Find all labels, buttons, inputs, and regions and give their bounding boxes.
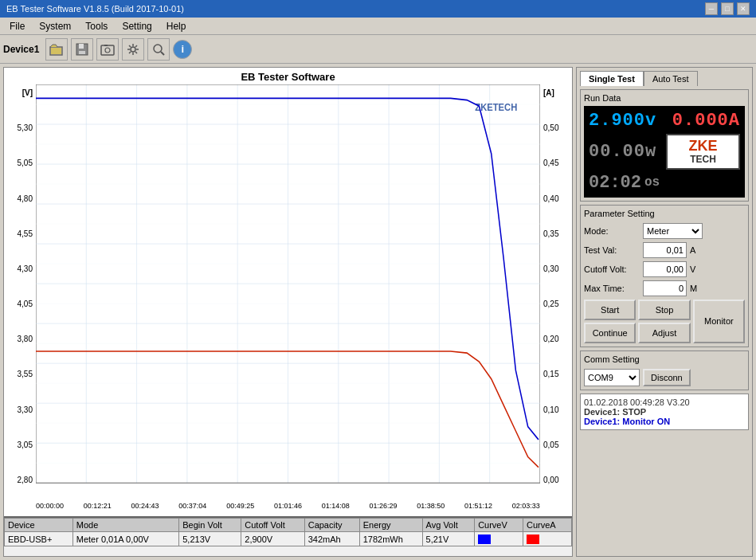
cell-capacity: 342mAh [304,532,359,546]
maxtime-unit: M [690,284,706,293]
col-curvev: CurveV [475,519,523,532]
tab-auto-test[interactable]: Auto Test [644,71,698,86]
y-left-380: 3,80 [18,335,33,343]
continue-button[interactable]: Continue [584,323,636,343]
menu-bar: File System Tools Setting Help [0,18,756,35]
tab-single-test[interactable]: Single Test [580,71,644,86]
x-label-1: 00:12:21 [84,502,112,515]
col-curvea: CurveA [523,519,572,532]
status-line2: Device1: STOP [584,407,745,417]
param-section: Parameter Setting Mode: Meter Discharge … [580,205,749,347]
cell-curvev [475,532,523,546]
cutoffvolt-unit: V [690,264,706,274]
y-left-480: 4,80 [18,194,33,203]
menu-file[interactable]: File [3,19,31,33]
cell-energy: 1782mWh [359,532,422,546]
toolbar: Device1 i [0,35,756,64]
y-right-label: [A] [543,88,554,97]
y-left-455: 4,55 [18,229,33,238]
menu-tools[interactable]: Tools [79,19,114,33]
svg-rect-7 [104,45,108,46]
col-capacity: Capacity [304,519,359,532]
save-button[interactable] [71,38,93,61]
x-label-2: 00:24:43 [131,502,159,515]
cutoffvolt-label: Cutoff Volt: [584,264,640,274]
y-right-050: 0,50 [543,123,558,132]
cell-mode: Meter 0,01A 0,00V [72,532,178,546]
y-left-405: 4,05 [18,300,33,308]
cutoffvolt-input[interactable] [643,261,687,277]
y-right-045: 0,45 [543,159,558,167]
y-right-025: 0,25 [543,300,558,308]
col-device: Device [5,519,73,532]
testval-unit: A [690,245,706,255]
bottom-table: Device Mode Begin Volt Cutoff Volt Capac… [4,516,572,556]
y-axis-right: [A] 0,50 0,45 0,40 0,35 0,30 0,25 0,20 0… [540,84,572,500]
status-area: 01.02.2018 00:49:28 V3.20 Device1: STOP … [580,394,749,430]
testval-label: Test Val: [584,245,640,255]
param-row-mode: Mode: Meter Discharge CC [584,223,745,239]
x-label-3: 00:37:04 [178,502,206,515]
y-left-505: 5,05 [18,159,33,167]
run-data-section: Run Data 2.900v 0.000A 00.00w ZKETECH 02… [580,89,749,202]
info-button[interactable]: i [173,40,192,59]
x-label-6: 01:14:08 [322,502,350,515]
y-left-355: 3,55 [18,370,33,378]
menu-system[interactable]: System [33,19,77,33]
x-label-10: 02:03:33 [512,502,540,515]
y-left-305: 3,05 [18,441,33,449]
screenshot-button[interactable] [96,38,119,61]
chart-container: [V] 5,30 5,05 4,80 4,55 4,30 4,05 3,80 3… [4,84,572,500]
minimize-button[interactable]: ─ [705,2,718,15]
y-right-040: 0,40 [543,194,558,203]
tabs: Single Test Auto Test [580,71,749,86]
col-begin-volt: Begin Volt [179,519,241,532]
y-right-005: 0,05 [543,441,558,449]
menu-help[interactable]: Help [160,19,193,33]
x-label-4: 00:49:25 [226,502,254,515]
main-content: EB Tester Software [V] 5,30 5,05 4,80 4,… [0,64,756,560]
stop-button[interactable]: Stop [638,300,690,320]
close-button[interactable]: ✕ [737,2,750,15]
maxtime-input[interactable] [643,280,687,296]
y-right-035: 0,35 [543,229,558,238]
monitor-button[interactable]: Monitor [693,300,745,343]
comm-port-select[interactable]: COM1 COM2 COM3 COM4 COM5 COM6 COM7 COM8 … [584,369,640,386]
start-button[interactable]: Start [584,300,636,320]
param-row-maxtime: Max Time: M [584,280,745,296]
device-label: Device1 [3,44,39,55]
chart-watermark: ZKETECH [475,101,517,112]
svg-line-10 [161,52,164,55]
svg-rect-5 [101,45,114,55]
x-label-5: 01:01:46 [274,502,302,515]
y-right-000: 0,00 [543,476,558,484]
search-button[interactable] [147,38,170,61]
chart-svg-wrapper: ZKETECH [36,84,540,500]
adjust-button[interactable]: Adjust [638,323,690,343]
y-left-label: [V] [22,88,33,97]
run-data-time-unit: os [644,175,660,190]
col-mode: Mode [72,519,178,532]
table-row: EBD-USB+ Meter 0,01A 0,00V 5,213V 2,900V… [5,532,572,546]
comm-section: Comm Setting COM1 COM2 COM3 COM4 COM5 CO… [580,350,749,390]
comm-section-label: Comm Setting [584,354,745,364]
settings-button[interactable] [122,38,144,61]
svg-rect-4 [79,51,85,54]
cell-avg-volt: 5,21V [422,532,475,546]
disconn-button[interactable]: Disconn [643,369,691,386]
y-left-430: 4,30 [18,264,33,273]
col-avg-volt: Avg Volt [422,519,475,532]
maximize-button[interactable]: □ [721,2,734,15]
testval-input[interactable] [643,242,687,258]
menu-setting[interactable]: Setting [116,19,158,33]
mode-label: Mode: [584,226,640,236]
x-label-9: 01:51:12 [464,502,492,515]
y-left-330: 3,30 [18,405,33,414]
svg-point-8 [131,47,135,52]
param-section-label: Parameter Setting [584,209,745,218]
mode-select[interactable]: Meter Discharge CC [643,223,703,239]
x-axis-labels: 00:00:00 00:12:21 00:24:43 00:37:04 00:4… [4,500,572,516]
svg-point-6 [105,48,110,53]
open-button[interactable] [45,38,68,61]
run-data-display: 2.900v 0.000A 00.00w ZKETECH 02:02 os [584,106,745,198]
